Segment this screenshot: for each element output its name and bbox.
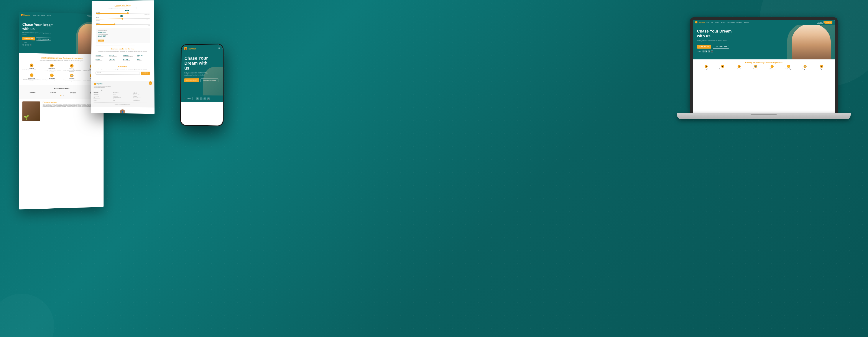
laptop-hero-title: Chase Your Dream with us (697, 29, 740, 38)
laptop-v7-label: Corporate (798, 68, 813, 70)
laptop-hero: Chase Your Dream with us Get your accoun… (693, 25, 835, 59)
laptop-value-1: ★ Integrity (699, 65, 714, 70)
phone-social-facebook[interactable]: f (196, 97, 199, 100)
laptop-social-youtube[interactable]: ▶ (705, 50, 707, 53)
value-demonstrate: ◆ Demonstrate Demonstrating a strong ski… (43, 64, 61, 72)
footer-logo-icon (94, 83, 96, 85)
footer-section: Paywise Learn more about what we do and … (91, 81, 155, 107)
technology-icon: 💡 (50, 73, 54, 77)
nav-home[interactable]: Home (33, 14, 36, 16)
phone-menu-icon[interactable]: ≡ (218, 46, 220, 50)
footer-social-instagram[interactable]: 📷 (101, 89, 103, 91)
dot-2[interactable] (61, 95, 62, 96)
interest-label: Interest: (96, 22, 150, 24)
footer-logo-text: Paywise (97, 83, 103, 85)
laptop-nav-results[interactable]: Our Results (737, 22, 742, 23)
stat-rating-value: AAA (137, 59, 150, 60)
interest-field: Interest: 0% 65% (96, 22, 150, 26)
laptop-value-6: 💡 Technology (781, 65, 796, 70)
loan-results: Total Amount of Loan 30,000 EGP Loan Mon… (96, 28, 150, 43)
partner-pagination (22, 95, 100, 97)
period-slider[interactable]: 36 (96, 18, 150, 19)
laptop-social-facebook[interactable]: f (703, 50, 705, 53)
laptop-signup-btn[interactable]: SIGN UP (825, 21, 832, 24)
next-arrow[interactable]: › (149, 81, 152, 85)
nav-faq[interactable]: FAQ (37, 15, 40, 16)
interest-min: 0% (96, 25, 97, 26)
apply-button[interactable]: APPLY (98, 39, 104, 41)
stat-capital-label: Capital Adequacy Coverage (123, 56, 136, 57)
laptop-login-btn[interactable]: LOGIN (817, 21, 824, 24)
laptop-social-instagram[interactable]: 📷 (711, 50, 713, 53)
laptop-nav-faq[interactable]: FAQ (711, 22, 713, 23)
subscribe-button[interactable]: SUBSCRIBE (141, 72, 150, 75)
nav-partners[interactable]: Partners (41, 15, 45, 16)
laptop-body (677, 113, 850, 119)
about-item-5[interactable]: Investor Relations (133, 100, 152, 101)
nav-about[interactable]: About Us (46, 15, 51, 16)
phone-hero-family (203, 67, 223, 96)
demonstrate-label: Demonstrate (43, 68, 61, 69)
laptop-download-btn[interactable]: DOWNLOAD APP (697, 45, 711, 48)
interest-thumb[interactable] (114, 24, 115, 25)
laptop-nav-calculator[interactable]: Loan Calculator (727, 22, 735, 23)
phone-social-instagram[interactable]: 📷 (207, 97, 210, 100)
period-min: Mandatory (96, 20, 100, 21)
laptop-v8-icon: 📱 (820, 65, 823, 68)
newsletter-title: Newsletter (95, 66, 150, 68)
footer-social-linkedin[interactable]: in (96, 89, 98, 91)
social-facebook[interactable]: f (22, 44, 24, 46)
social-instagram[interactable]: 📷 (30, 44, 31, 46)
footer-social-facebook[interactable]: f (94, 89, 95, 91)
corporate-label: Corporate (63, 78, 81, 79)
laptop-nav-home[interactable]: Home (707, 22, 709, 23)
laptop-value-2: ◆ Demonstrate (715, 65, 730, 70)
footer-social-youtube[interactable]: ▶ (98, 89, 100, 91)
divider-1 (96, 45, 150, 45)
phone-social-youtube[interactable]: ▶ (200, 97, 203, 100)
value-diversity: ⊕ Diversity Promoting Diversity in the w… (63, 64, 81, 72)
interest-slider[interactable] (96, 24, 150, 25)
laptop-nav-newsletter[interactable]: Newsletter (744, 22, 749, 23)
stat-equity-label: Equity (137, 56, 150, 57)
stat-rating-label: Credit Rating (137, 60, 150, 61)
nav-links: Home FAQ Partners About Us (33, 14, 51, 16)
laptop-nav-about[interactable]: About Us (721, 22, 725, 23)
total-loan-value: 30,000 EGP (98, 31, 148, 33)
get-started-title: Get Started (114, 92, 132, 94)
phone-download-btn[interactable]: DOWNLOAD APP (184, 78, 199, 82)
stat-roe-label: Return on Equity (110, 60, 122, 61)
phone-social-linkedin[interactable]: in (204, 97, 206, 100)
laptop-value-3: ⊕ Diversity (732, 65, 747, 70)
laptop-v5-icon: 🤝 (771, 65, 774, 68)
interest-labels: 0% 65% (96, 25, 150, 26)
phone-logo-icon: 💼 (184, 47, 187, 50)
copyright: Copyright © 2024 Paywise. All rights res… (94, 104, 152, 105)
dot-1[interactable] (60, 95, 61, 96)
email-input[interactable]: Your email (95, 72, 140, 75)
download-app-button[interactable]: DOWNLOAD APP (22, 37, 35, 40)
stat-income: 8.5 bn Net income Growth (123, 59, 136, 61)
laptop-social-linkedin[interactable]: in (708, 50, 710, 53)
footer-col-about: About Paywise at a Glance Contact Us Cor… (133, 92, 152, 101)
laptop-value-4: 👥 Teamwork (748, 65, 763, 70)
stat-loans: 61.6 bn Loans Managed (EGP) (96, 55, 108, 57)
stat-npl-value: 0.75% (110, 55, 122, 56)
laptop-nav-partners[interactable]: Partners (715, 22, 719, 23)
laptop-calculator-btn[interactable]: LOAN CALCULATOR (713, 45, 729, 48)
total-loan-row: Total Amount of Loan 30,000 EGP (98, 30, 148, 33)
best-stats-row-1: 61.6 bn Loans Managed (EGP) 0.75% Non Pe… (96, 55, 150, 57)
period-max: 60 Months (146, 19, 150, 21)
product-item-5[interactable]: Updates (94, 100, 112, 101)
social-linkedin[interactable]: in (27, 44, 29, 46)
social-youtube[interactable]: ▶ (25, 44, 27, 46)
laptop-v6-label: Technology (781, 68, 796, 70)
diversity-icon: ⊕ (70, 64, 73, 68)
period-value: 36 (120, 15, 123, 17)
laptop-v8-label: Digital (814, 68, 829, 70)
loan-calculator-button[interactable]: LOAN CALCULATOR (36, 37, 51, 41)
dot-3[interactable] (63, 95, 64, 96)
loan-calc-sub: Check your monthly and minimum values fo… (96, 7, 150, 9)
laptop-keyboard (686, 113, 842, 114)
getstarted-item-5[interactable]: ESG (114, 100, 132, 101)
